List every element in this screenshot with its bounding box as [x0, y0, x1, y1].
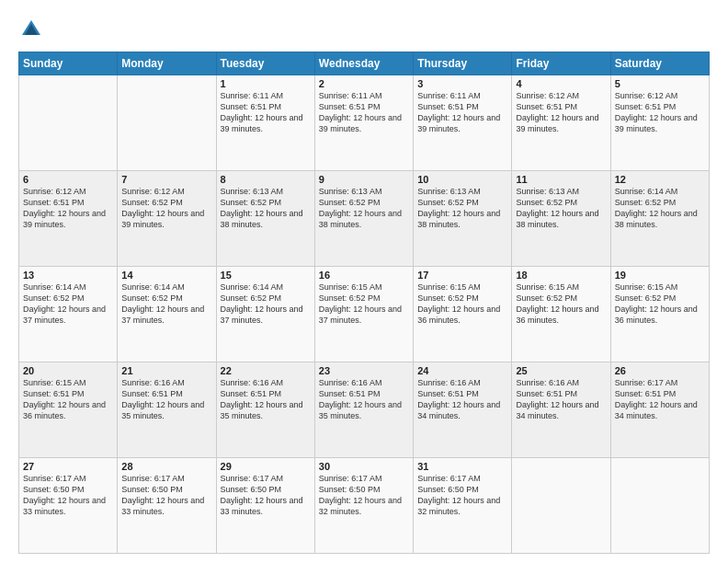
day-number: 26 — [615, 365, 705, 376]
day-cell: 3Sunrise: 6:11 AM Sunset: 6:51 PM Daylig… — [414, 75, 512, 171]
calendar-table: SundayMondayTuesdayWednesdayThursdayFrid… — [18, 52, 710, 554]
day-number: 18 — [516, 270, 606, 281]
day-cell: 23Sunrise: 6:16 AM Sunset: 6:51 PM Dayli… — [314, 362, 413, 458]
day-number: 30 — [319, 461, 409, 472]
day-info: Sunrise: 6:13 AM Sunset: 6:52 PM Dayligh… — [417, 186, 507, 231]
day-info: Sunrise: 6:17 AM Sunset: 6:50 PM Dayligh… — [121, 473, 211, 518]
day-cell: 13Sunrise: 6:14 AM Sunset: 6:52 PM Dayli… — [19, 267, 118, 362]
header-cell-sunday: Sunday — [19, 52, 118, 75]
day-info: Sunrise: 6:15 AM Sunset: 6:52 PM Dayligh… — [417, 282, 507, 327]
calendar-body: 1Sunrise: 6:11 AM Sunset: 6:51 PM Daylig… — [19, 75, 710, 554]
day-cell — [118, 75, 216, 171]
page: SundayMondayTuesdayWednesdayThursdayFrid… — [0, 0, 728, 563]
header-cell-thursday: Thursday — [414, 52, 512, 75]
day-info: Sunrise: 6:17 AM Sunset: 6:50 PM Dayligh… — [319, 473, 409, 518]
day-info: Sunrise: 6:17 AM Sunset: 6:51 PM Dayligh… — [615, 377, 705, 422]
day-info: Sunrise: 6:12 AM Sunset: 6:51 PM Dayligh… — [516, 90, 606, 135]
day-cell: 21Sunrise: 6:16 AM Sunset: 6:51 PM Dayli… — [118, 362, 216, 458]
day-cell: 10Sunrise: 6:13 AM Sunset: 6:52 PM Dayli… — [414, 171, 512, 267]
day-number: 31 — [417, 461, 507, 472]
day-number: 5 — [615, 78, 705, 89]
day-cell: 29Sunrise: 6:17 AM Sunset: 6:50 PM Dayli… — [216, 458, 314, 554]
day-cell: 17Sunrise: 6:15 AM Sunset: 6:52 PM Dayli… — [414, 267, 512, 362]
day-cell: 2Sunrise: 6:11 AM Sunset: 6:51 PM Daylig… — [314, 75, 413, 171]
day-info: Sunrise: 6:15 AM Sunset: 6:51 PM Dayligh… — [23, 377, 113, 422]
day-info: Sunrise: 6:16 AM Sunset: 6:51 PM Dayligh… — [417, 377, 507, 422]
day-info: Sunrise: 6:15 AM Sunset: 6:52 PM Dayligh… — [516, 282, 606, 327]
header-cell-monday: Monday — [118, 52, 216, 75]
day-info: Sunrise: 6:12 AM Sunset: 6:51 PM Dayligh… — [23, 186, 113, 231]
day-info: Sunrise: 6:16 AM Sunset: 6:51 PM Dayligh… — [121, 377, 211, 422]
day-number: 25 — [516, 365, 606, 376]
day-number: 24 — [417, 365, 507, 376]
day-info: Sunrise: 6:15 AM Sunset: 6:52 PM Dayligh… — [615, 282, 705, 327]
day-number: 29 — [221, 461, 311, 472]
day-info: Sunrise: 6:16 AM Sunset: 6:51 PM Dayligh… — [319, 377, 409, 422]
day-cell: 18Sunrise: 6:15 AM Sunset: 6:52 PM Dayli… — [512, 267, 610, 362]
day-number: 9 — [319, 174, 409, 185]
day-cell: 4Sunrise: 6:12 AM Sunset: 6:51 PM Daylig… — [512, 75, 610, 171]
day-number: 3 — [417, 78, 507, 89]
day-number: 15 — [221, 270, 311, 281]
header-row: SundayMondayTuesdayWednesdayThursdayFrid… — [19, 52, 710, 75]
day-number: 20 — [23, 365, 113, 376]
week-row-4: 20Sunrise: 6:15 AM Sunset: 6:51 PM Dayli… — [19, 362, 710, 458]
day-cell: 20Sunrise: 6:15 AM Sunset: 6:51 PM Dayli… — [19, 362, 118, 458]
day-info: Sunrise: 6:11 AM Sunset: 6:51 PM Dayligh… — [417, 90, 507, 135]
day-info: Sunrise: 6:13 AM Sunset: 6:52 PM Dayligh… — [319, 186, 409, 231]
day-number: 16 — [319, 270, 409, 281]
day-cell: 14Sunrise: 6:14 AM Sunset: 6:52 PM Dayli… — [118, 267, 216, 362]
day-info: Sunrise: 6:16 AM Sunset: 6:51 PM Dayligh… — [221, 377, 311, 422]
day-cell: 28Sunrise: 6:17 AM Sunset: 6:50 PM Dayli… — [118, 458, 216, 554]
day-number: 28 — [121, 461, 211, 472]
day-cell: 25Sunrise: 6:16 AM Sunset: 6:51 PM Dayli… — [512, 362, 610, 458]
logo — [18, 17, 48, 42]
week-row-1: 1Sunrise: 6:11 AM Sunset: 6:51 PM Daylig… — [19, 75, 710, 171]
day-info: Sunrise: 6:13 AM Sunset: 6:52 PM Dayligh… — [221, 186, 311, 231]
logo-icon — [18, 17, 44, 42]
day-info: Sunrise: 6:17 AM Sunset: 6:50 PM Dayligh… — [23, 473, 113, 518]
week-row-3: 13Sunrise: 6:14 AM Sunset: 6:52 PM Dayli… — [19, 267, 710, 362]
day-cell: 1Sunrise: 6:11 AM Sunset: 6:51 PM Daylig… — [216, 75, 314, 171]
day-info: Sunrise: 6:14 AM Sunset: 6:52 PM Dayligh… — [23, 282, 113, 327]
header-cell-friday: Friday — [512, 52, 610, 75]
day-info: Sunrise: 6:15 AM Sunset: 6:52 PM Dayligh… — [319, 282, 409, 327]
day-cell: 19Sunrise: 6:15 AM Sunset: 6:52 PM Dayli… — [610, 267, 709, 362]
header-cell-wednesday: Wednesday — [314, 52, 413, 75]
day-info: Sunrise: 6:12 AM Sunset: 6:51 PM Dayligh… — [615, 90, 705, 135]
day-cell: 16Sunrise: 6:15 AM Sunset: 6:52 PM Dayli… — [314, 267, 413, 362]
day-cell: 22Sunrise: 6:16 AM Sunset: 6:51 PM Dayli… — [216, 362, 314, 458]
day-number: 2 — [319, 78, 409, 89]
day-cell: 9Sunrise: 6:13 AM Sunset: 6:52 PM Daylig… — [314, 171, 413, 267]
calendar-header: SundayMondayTuesdayWednesdayThursdayFrid… — [19, 52, 710, 75]
day-cell: 15Sunrise: 6:14 AM Sunset: 6:52 PM Dayli… — [216, 267, 314, 362]
day-cell — [512, 458, 610, 554]
day-number: 22 — [221, 365, 311, 376]
header — [18, 17, 710, 42]
day-info: Sunrise: 6:11 AM Sunset: 6:51 PM Dayligh… — [221, 90, 311, 135]
day-cell — [19, 75, 118, 171]
day-cell: 30Sunrise: 6:17 AM Sunset: 6:50 PM Dayli… — [314, 458, 413, 554]
day-cell: 6Sunrise: 6:12 AM Sunset: 6:51 PM Daylig… — [19, 171, 118, 267]
day-number: 12 — [615, 174, 705, 185]
day-cell: 12Sunrise: 6:14 AM Sunset: 6:52 PM Dayli… — [610, 171, 709, 267]
day-cell: 8Sunrise: 6:13 AM Sunset: 6:52 PM Daylig… — [216, 171, 314, 267]
day-number: 17 — [417, 270, 507, 281]
day-number: 13 — [23, 270, 113, 281]
day-number: 7 — [121, 174, 211, 185]
day-number: 10 — [417, 174, 507, 185]
week-row-5: 27Sunrise: 6:17 AM Sunset: 6:50 PM Dayli… — [19, 458, 710, 554]
day-number: 14 — [121, 270, 211, 281]
day-info: Sunrise: 6:11 AM Sunset: 6:51 PM Dayligh… — [319, 90, 409, 135]
day-cell: 24Sunrise: 6:16 AM Sunset: 6:51 PM Dayli… — [414, 362, 512, 458]
day-info: Sunrise: 6:14 AM Sunset: 6:52 PM Dayligh… — [615, 186, 705, 231]
day-cell: 5Sunrise: 6:12 AM Sunset: 6:51 PM Daylig… — [610, 75, 709, 171]
day-number: 11 — [516, 174, 606, 185]
day-cell: 11Sunrise: 6:13 AM Sunset: 6:52 PM Dayli… — [512, 171, 610, 267]
day-info: Sunrise: 6:12 AM Sunset: 6:52 PM Dayligh… — [121, 186, 211, 231]
day-info: Sunrise: 6:17 AM Sunset: 6:50 PM Dayligh… — [221, 473, 311, 518]
header-cell-saturday: Saturday — [610, 52, 709, 75]
week-row-2: 6Sunrise: 6:12 AM Sunset: 6:51 PM Daylig… — [19, 171, 710, 267]
day-number: 8 — [221, 174, 311, 185]
day-info: Sunrise: 6:14 AM Sunset: 6:52 PM Dayligh… — [121, 282, 211, 327]
